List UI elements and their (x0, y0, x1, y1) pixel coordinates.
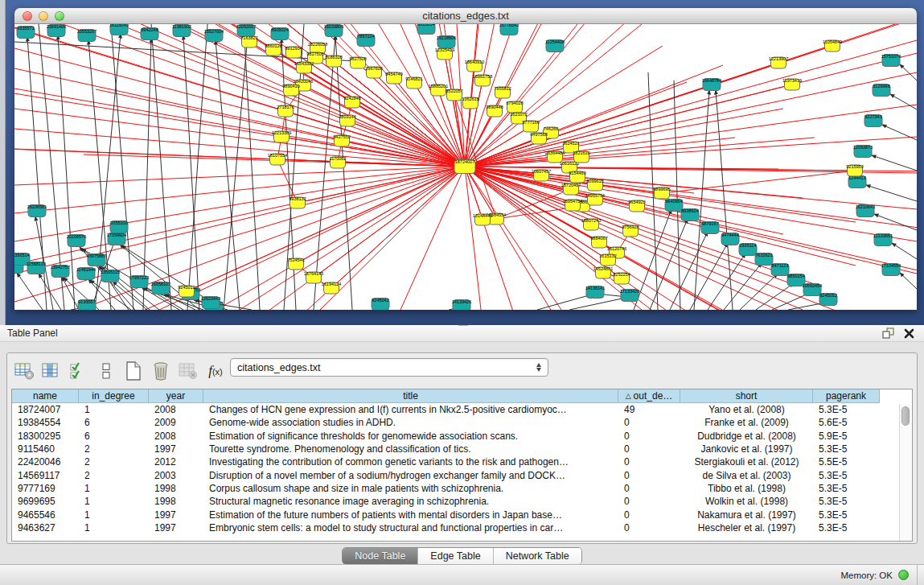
graph-edge (690, 243, 728, 310)
graph-node-label: 9654923 (628, 200, 645, 204)
graph-edge (465, 167, 561, 310)
cell-pagerank: 5.3E-5 (813, 482, 880, 495)
graph-node-label: 20206576 (67, 234, 86, 239)
cell-title: Investigating the contribution of common… (203, 455, 618, 468)
table-row[interactable]: 1830029562008Estimation of significance … (12, 430, 912, 443)
close-panel-icon[interactable] (901, 327, 917, 340)
graph-node-label: 16648784 (702, 78, 721, 83)
table-row[interactable]: 977716911998Corpus callosum shape and si… (12, 482, 912, 495)
column-header-year[interactable]: year (149, 389, 203, 403)
graph-node-label: 15776543 (499, 24, 519, 27)
table-row[interactable]: 1938455462009Genome-wide association stu… (12, 416, 912, 429)
graph-node-label: 26206581 (27, 204, 47, 209)
column-header-short[interactable]: short (680, 389, 813, 403)
graph-node-label: 6879197 (701, 221, 718, 226)
graph-edge (634, 209, 671, 310)
graph-node-label: 9474444 (721, 233, 738, 237)
row-height-icon[interactable] (94, 360, 118, 382)
graph-edge (465, 24, 917, 167)
cell-pagerank: 5.9E-5 (813, 430, 880, 443)
graph-node-label: 9850154 (787, 274, 804, 278)
table-row[interactable]: 911546021997Tourette syndrome. Phenomeno… (12, 443, 912, 455)
scrollbar-thumb[interactable] (901, 406, 910, 426)
cell-in_degree: 6 (79, 430, 149, 443)
cell-title: Structural magnetic resonance image aver… (203, 495, 618, 508)
graph-node-label: 9245042 (372, 298, 388, 303)
graph-edge (465, 167, 855, 171)
table-browser: f(x) citations_edges.txt namein_degreeye… (6, 352, 918, 544)
graph-node-label: 9827508 (349, 56, 366, 61)
graph-node-label: 9899695 (653, 187, 670, 192)
graph-node-label: 9133557 (78, 299, 95, 304)
cell-year: 1998 (149, 495, 203, 508)
graph-node-label: 93975887 (87, 253, 106, 258)
table-row[interactable]: 2242004622012Investigating the contribut… (12, 455, 912, 468)
function-builder-icon[interactable]: f(x) (203, 360, 228, 382)
tab-network-table[interactable]: Network Table (494, 548, 581, 564)
tab-node-table[interactable]: Node Table (343, 548, 418, 564)
table-row[interactable]: 946554611997Estimation of the future num… (12, 508, 912, 521)
graph-node-label: 16194124 (322, 282, 341, 286)
tab-edge-table[interactable]: Edge Table (418, 548, 493, 564)
table-row[interactable]: 1872400712008Changes of HCN gene express… (12, 403, 912, 416)
graph-edge (569, 298, 626, 310)
table-row[interactable]: 969969511998Structural magnetic resonanc… (12, 495, 912, 508)
show-column-icon[interactable] (39, 360, 64, 382)
cell-pagerank: 5.3E-5 (813, 468, 880, 481)
cell-short: Stergiakouli et al. (2012) (680, 455, 813, 468)
cell-out_degree: 0 (618, 521, 680, 534)
graph-node-label: 8252254 (613, 272, 630, 277)
network-window-titlebar[interactable]: citations_edges.txt (14, 8, 917, 24)
cell-year: 1997 (149, 443, 203, 455)
column-header-label: out_de… (634, 390, 673, 402)
delete-table-icon[interactable] (176, 360, 200, 382)
cell-year: 2003 (149, 468, 203, 481)
panel-resize-grip[interactable] (458, 325, 468, 328)
graph-node-label: 6497568 (530, 132, 547, 137)
new-document-icon[interactable] (121, 360, 146, 382)
table-header-row: namein_degreeyeartitle△out_de…shortpager… (12, 389, 912, 403)
column-header-out_degree[interactable]: △out_de… (618, 389, 680, 403)
graph-node-label: 8471123 (771, 263, 788, 268)
column-header-name[interactable]: name (12, 389, 79, 403)
graph-node-label: 12213907 (769, 56, 788, 61)
cell-short: Hescheler et al. (1997) (680, 521, 813, 534)
graph-edge (890, 94, 917, 109)
table-tab-bar: Node TableEdge TableNetwork Table (0, 547, 924, 565)
graph-node-label: 13505115 (101, 270, 120, 274)
table-row[interactable]: 1456911722003Disruption of a novel membe… (12, 468, 912, 481)
vertical-scrollbar[interactable] (899, 404, 911, 541)
column-header-pagerank[interactable]: pagerank (813, 389, 880, 403)
table-settings-icon[interactable] (12, 360, 36, 382)
graph-node-label: 1362615 (462, 97, 478, 101)
cell-short: Jankovic et al. (1997) (680, 443, 813, 455)
graph-edge (14, 42, 356, 61)
graph-node-label: 10607457 (532, 169, 551, 174)
graph-node-label: 11381902 (172, 24, 191, 29)
graph-node-label: 12052007 (236, 24, 256, 29)
column-header-in_degree[interactable]: in_degree (79, 389, 149, 403)
select-columns-icon[interactable] (67, 360, 91, 382)
float-panel-icon[interactable] (880, 327, 896, 340)
table-row[interactable]: 946362711997Embryonic stem cells: a mode… (12, 521, 912, 534)
delete-icon[interactable] (149, 360, 173, 382)
network-canvas[interactable]: 9335571206914061055320716115043994224811… (14, 24, 917, 310)
cell-in_degree: 2 (79, 455, 149, 468)
graph-node-label: 9215953 (846, 164, 863, 169)
column-header-title[interactable]: title (203, 389, 618, 403)
graph-node-label: 2967608 (365, 66, 382, 71)
cell-name: 9463627 (12, 521, 79, 534)
table-select-dropdown[interactable]: citations_edges.txt (230, 358, 548, 377)
graph-node-label: 10592454 (803, 283, 822, 288)
cell-in_degree: 1 (79, 403, 149, 416)
status-bar: Memory: OK (0, 564, 924, 585)
graph-node-label: 11568129 (27, 262, 46, 266)
graph-node-label: 20691406 (47, 24, 66, 29)
cell-title: Estimation of the future numbers of pati… (203, 508, 618, 521)
graph-edge (187, 24, 207, 310)
table-select-value: citations_edges.txt (237, 362, 536, 373)
graph-node-label: 12923443 (201, 296, 220, 301)
graph-node-label: 7524541 (287, 257, 304, 262)
column-header-label: name (33, 390, 57, 402)
graph-edge (740, 274, 778, 310)
